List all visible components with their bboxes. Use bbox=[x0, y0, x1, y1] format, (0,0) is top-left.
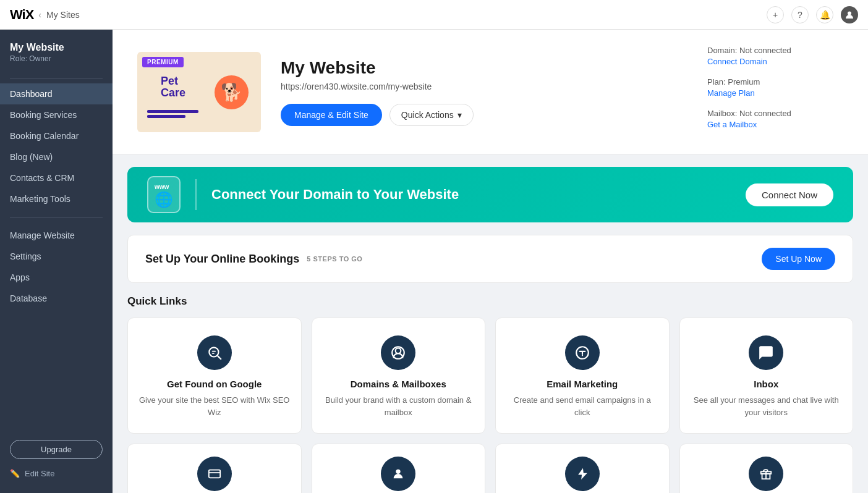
sidebar-divider-mid bbox=[10, 217, 103, 217]
meta-plan: Plan: Premium Manage Plan bbox=[707, 76, 843, 98]
flash-icon bbox=[565, 457, 600, 491]
svg-rect-4 bbox=[211, 353, 214, 354]
edit-icon: ✏️ bbox=[10, 469, 20, 478]
site-title: My Website bbox=[281, 58, 687, 78]
chevron-down-icon: ▾ bbox=[457, 110, 462, 120]
connect-now-button[interactable]: Connect Now bbox=[746, 183, 833, 206]
banner-divider bbox=[195, 179, 197, 210]
bookings-setup-bar: Set Up Your Online Bookings 5 STEPS TO G… bbox=[127, 235, 853, 283]
edit-site-row[interactable]: ✏️ Edit Site bbox=[0, 464, 113, 483]
sidebar-item-dashboard[interactable]: Dashboard bbox=[0, 83, 113, 104]
inbox-icon bbox=[749, 335, 783, 370]
domains-desc: Build your brand with a custom domain & … bbox=[322, 394, 475, 418]
wix-logo: WiX bbox=[10, 7, 33, 23]
quick-links-grid: Get Found on Google Give your site the b… bbox=[127, 318, 853, 434]
payment-icon bbox=[197, 457, 232, 491]
sidebar-item-contacts[interactable]: Contacts & CRM bbox=[0, 167, 113, 188]
sidebar-item-manage[interactable]: Manage Website bbox=[0, 225, 113, 246]
manage-plan-link[interactable]: Manage Plan bbox=[707, 88, 843, 98]
site-url: https://oren430.wixsite.com/my-website bbox=[281, 82, 687, 91]
quick-link-bottom-1[interactable] bbox=[127, 444, 302, 493]
quick-link-inbox[interactable]: Inbox See all your messages and chat liv… bbox=[679, 318, 854, 434]
layout: My Website Role: Owner Dashboard Booking… bbox=[0, 30, 868, 493]
gift-icon bbox=[749, 457, 783, 491]
quick-actions-button[interactable]: Quick Actions ▾ bbox=[389, 104, 474, 126]
main-content: PREMIUM PetCare 🐕 My Website https://ore… bbox=[113, 30, 868, 493]
email-icon bbox=[565, 335, 600, 370]
svg-line-2 bbox=[218, 356, 221, 360]
seo-title: Get Found on Google bbox=[167, 379, 262, 389]
svg-point-0 bbox=[848, 11, 851, 15]
topbar-right: + ? 🔔 bbox=[767, 6, 858, 23]
banner-text: Connect Your Domain to Your Website bbox=[211, 187, 731, 203]
sidebar-spacer bbox=[0, 309, 113, 432]
topbar: WiX ‹ My Sites + ? 🔔 bbox=[0, 0, 868, 30]
bell-icon[interactable]: 🔔 bbox=[816, 6, 833, 23]
help-icon[interactable]: ? bbox=[791, 6, 809, 23]
setup-badge: 5 STEPS TO GO bbox=[307, 255, 362, 263]
sidebar-item-apps[interactable]: Apps bbox=[0, 267, 113, 288]
site-actions: Manage & Edit Site Quick Actions ▾ bbox=[281, 104, 687, 126]
seo-icon bbox=[197, 335, 232, 370]
my-sites-link[interactable]: My Sites bbox=[46, 10, 80, 20]
upgrade-button[interactable]: Upgrade bbox=[10, 440, 103, 459]
site-header-card: PREMIUM PetCare 🐕 My Website https://ore… bbox=[113, 30, 868, 154]
pet-care-text: PetCare bbox=[148, 75, 185, 100]
topbar-left: WiX ‹ My Sites bbox=[10, 7, 80, 23]
thumb-bar-1 bbox=[147, 110, 198, 113]
manage-edit-button[interactable]: Manage & Edit Site bbox=[281, 104, 382, 126]
quick-link-bottom-4[interactable] bbox=[679, 444, 854, 493]
sidebar-item-booking-calendar[interactable]: Booking Calendar bbox=[0, 125, 113, 146]
domain-banner: www 🌐 Connect Your Domain to Your Websit… bbox=[127, 167, 853, 222]
domains-icon bbox=[381, 335, 415, 370]
sidebar-site-name: My Website bbox=[10, 42, 103, 53]
sidebar-item-booking-services[interactable]: Booking Services bbox=[0, 104, 113, 125]
quick-link-bottom-3[interactable] bbox=[495, 444, 670, 493]
inbox-desc: See all your messages and chat live with… bbox=[690, 394, 843, 418]
site-meta: Domain: Not connected Connect Domain Pla… bbox=[707, 44, 843, 139]
banner-www-icon: www 🌐 bbox=[147, 176, 181, 213]
svg-point-6 bbox=[396, 348, 401, 353]
svg-rect-3 bbox=[211, 351, 216, 352]
edit-site-label: Edit Site bbox=[25, 469, 54, 478]
dog-icon: 🐕 bbox=[215, 75, 249, 109]
quick-link-email[interactable]: Email Marketing Create and send email ca… bbox=[495, 318, 670, 434]
quick-links-grid-bottom bbox=[127, 444, 853, 493]
quick-links-section: Quick Links Get Found on Google Give you… bbox=[113, 295, 868, 493]
quick-link-bottom-2[interactable] bbox=[312, 444, 486, 493]
domains-title: Domains & Mailboxes bbox=[351, 379, 446, 389]
svg-point-1 bbox=[209, 347, 218, 356]
add-icon[interactable]: + bbox=[767, 6, 784, 23]
setup-title: Set Up Your Online Bookings bbox=[145, 253, 299, 266]
thumb-bars bbox=[147, 110, 211, 120]
meta-mailbox: Mailbox: Not connected Get a Mailbox bbox=[707, 107, 843, 129]
svg-rect-9 bbox=[209, 470, 220, 478]
plan-label: Plan: Premium bbox=[707, 77, 760, 86]
meta-domain: Domain: Not connected Connect Domain bbox=[707, 44, 843, 66]
sidebar-role: Role: Owner bbox=[10, 54, 103, 63]
sidebar-item-settings[interactable]: Settings bbox=[0, 246, 113, 267]
svg-point-8 bbox=[582, 355, 583, 356]
avatar[interactable] bbox=[841, 6, 858, 23]
quick-actions-label: Quick Actions bbox=[401, 110, 454, 120]
domain-label: Domain: Not connected bbox=[707, 46, 791, 55]
quick-links-title: Quick Links bbox=[127, 295, 853, 308]
sidebar: My Website Role: Owner Dashboard Booking… bbox=[0, 30, 113, 493]
email-title: Email Marketing bbox=[547, 379, 618, 389]
quick-link-domains[interactable]: Domains & Mailboxes Build your brand wit… bbox=[312, 318, 486, 434]
setup-now-button[interactable]: Set Up Now bbox=[762, 248, 835, 270]
sidebar-item-database[interactable]: Database bbox=[0, 288, 113, 309]
mailbox-label: Mailbox: Not connected bbox=[707, 109, 791, 118]
site-info: My Website https://oren430.wixsite.com/m… bbox=[281, 58, 687, 126]
inbox-title: Inbox bbox=[754, 379, 778, 389]
sidebar-header: My Website Role: Owner bbox=[0, 30, 113, 73]
premium-badge: PREMIUM bbox=[142, 57, 184, 67]
seo-desc: Give your site the best SEO with Wix SEO… bbox=[138, 394, 291, 418]
connect-domain-link[interactable]: Connect Domain bbox=[707, 57, 843, 66]
email-desc: Create and send email campaigns in a cli… bbox=[506, 394, 659, 418]
site-thumbnail: PREMIUM PetCare 🐕 bbox=[137, 52, 261, 132]
get-mailbox-link[interactable]: Get a Mailbox bbox=[707, 120, 843, 129]
sidebar-item-blog[interactable]: Blog (New) bbox=[0, 146, 113, 167]
sidebar-item-marketing[interactable]: Marketing Tools bbox=[0, 188, 113, 209]
quick-link-seo[interactable]: Get Found on Google Give your site the b… bbox=[127, 318, 302, 434]
